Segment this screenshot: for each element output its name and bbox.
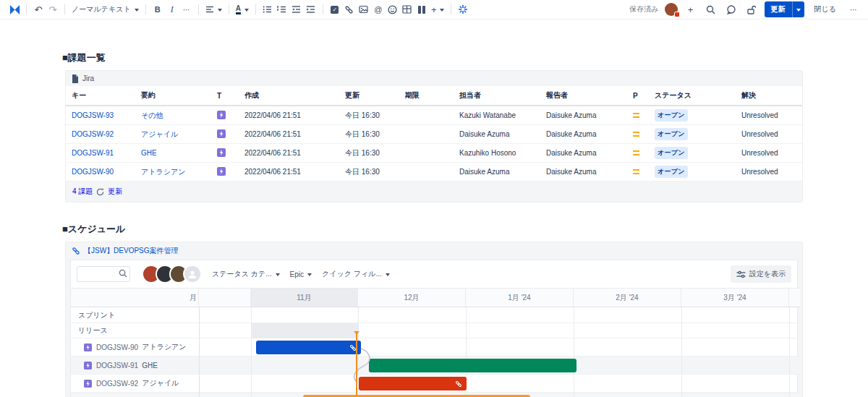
person-icon [187, 269, 197, 279]
epic-type-icon [84, 343, 92, 351]
month-cell [199, 289, 251, 307]
issue-assignee: Daisuke Azuma [454, 163, 540, 182]
status-category-dropdown[interactable]: ステータス カテ... [212, 269, 280, 279]
issue-count-link[interactable]: 4 課題 [72, 187, 93, 197]
comment-button[interactable] [724, 2, 739, 17]
gantt-issue-row[interactable]: DOGJSW-91 GHE [71, 357, 800, 375]
col-reporter[interactable]: 報告者 [540, 86, 627, 106]
ai-button[interactable] [456, 2, 470, 17]
avatar[interactable] [183, 265, 202, 283]
bold-button[interactable]: B [150, 2, 165, 17]
gantt-bar[interactable] [256, 341, 361, 354]
update-button[interactable]: 更新 [765, 1, 792, 17]
gantt-issue-row[interactable]: DOGJSW-92 アジャイル [71, 375, 800, 393]
issue-key-link[interactable]: DOGJSW-91 [72, 149, 114, 157]
issue-updated: 今日 16:30 [339, 144, 399, 163]
insert-table-button[interactable] [400, 2, 414, 17]
issue-reporter: Daisuke Azuma [540, 106, 627, 125]
gantt-month-header: 月 11月 12月 1月 '24 2月 '24 3月 '24 [71, 289, 800, 307]
board-link[interactable]: 【JSW】DEVOPSG案件管理 [84, 246, 179, 256]
indent-button[interactable] [304, 2, 318, 17]
col-assignee[interactable]: 担当者 [454, 86, 540, 106]
issue-created: 2022/04/06 21:51 [239, 144, 339, 163]
col-status[interactable]: ステータス [649, 86, 736, 106]
epic-type-icon [84, 362, 92, 370]
col-type[interactable]: T [211, 86, 239, 106]
text-style-dropdown[interactable]: ノーマルテキスト [69, 2, 141, 17]
invite-button[interactable]: + [684, 2, 698, 17]
bullet-list-button[interactable] [260, 2, 275, 17]
more-options-button[interactable]: ⋯ [846, 2, 861, 17]
col-key[interactable]: キー [66, 86, 135, 106]
timeline-search [77, 266, 130, 282]
issue-updated: 今日 16:30 [339, 125, 399, 144]
unlock-icon [746, 5, 756, 14]
outdent-button[interactable] [289, 2, 304, 17]
col-summary[interactable]: 要約 [135, 86, 211, 106]
text-color-dropdown[interactable]: A [234, 2, 251, 17]
insert-image-button[interactable] [357, 2, 371, 17]
gantt-release-row[interactable]: リリース [71, 323, 800, 338]
epic-type-icon [84, 380, 92, 388]
task-list-button[interactable]: ✓ [328, 2, 342, 17]
avatar-group [142, 265, 202, 283]
italic-button[interactable]: I [165, 2, 179, 17]
col-created[interactable]: 作成 [239, 86, 339, 106]
redo-button[interactable]: ↷ [46, 2, 60, 17]
refresh-link[interactable]: 更新 [108, 187, 122, 197]
update-dropdown[interactable] [792, 1, 804, 17]
chevron-down-icon [440, 9, 444, 12]
epic-dropdown[interactable]: Epic [290, 270, 312, 278]
issue-summary-link[interactable]: その他 [141, 111, 163, 119]
month-cell: 3月 '24 [681, 289, 789, 307]
issue-key-link[interactable]: DOGJSW-93 [72, 111, 114, 119]
status-badge: オープン [655, 147, 688, 159]
issue-table-row: DOGJSW-90 アトラシアン 2022/04/06 21:51 今日 16:… [66, 163, 802, 182]
gantt-issue-row[interactable]: DOGJSW-93 その他 [71, 393, 800, 397]
issue-summary-link[interactable]: アジャイル [141, 130, 178, 138]
issue-summary-link[interactable]: アトラシアン [141, 168, 185, 176]
undo-button[interactable]: ↶ [31, 2, 46, 17]
insert-link-button[interactable] [342, 2, 357, 17]
gantt-bar[interactable] [359, 377, 467, 390]
insert-more-dropdown[interactable]: + [429, 2, 447, 17]
more-formatting-button[interactable]: ⋯ [179, 2, 194, 17]
col-priority[interactable]: P [627, 86, 649, 106]
emoji-icon [388, 5, 397, 14]
emoji-button[interactable] [386, 2, 400, 17]
issue-assignee: Daisuke Azuma [454, 125, 540, 144]
issue-key-link[interactable]: DOGJSW-90 [72, 168, 114, 176]
text-style-label: ノーマルテキスト [72, 4, 131, 14]
jira-macro-header: Jira [66, 71, 802, 86]
issue-summary-link[interactable]: GHE [141, 149, 157, 157]
col-due[interactable]: 期限 [399, 86, 454, 106]
priority-medium-icon [633, 150, 639, 155]
chevron-down-icon [796, 9, 801, 12]
issue-created: 2022/04/06 21:51 [239, 163, 339, 182]
close-button[interactable]: 閉じる [810, 1, 841, 17]
gantt-timeline: 月 11月 12月 1月 '24 2月 '24 3月 '24 スプリント リリー… [71, 288, 800, 397]
numbered-list-button[interactable] [275, 2, 289, 17]
chevron-down-icon [218, 9, 222, 12]
issue-key-link[interactable]: DOGJSW-92 [72, 130, 114, 138]
gantt-issue-row[interactable]: DOGJSW-90 アトラシアン [71, 338, 800, 357]
quick-filters-dropdown[interactable]: クイック フィル... [322, 269, 390, 279]
jira-issues-table: キー 要約 T 作成 更新 期限 担当者 報告者 P ステータス 解決 DOGJ… [66, 86, 802, 182]
alignment-dropdown[interactable] [203, 2, 224, 17]
permissions-button[interactable] [744, 2, 759, 17]
layouts-button[interactable] [414, 2, 429, 17]
search-button[interactable] [704, 2, 718, 17]
epic-type-icon [217, 111, 226, 119]
col-resolution[interactable]: 解決 [736, 86, 802, 106]
avatar[interactable] [665, 3, 678, 16]
mention-button[interactable]: @ [371, 2, 386, 17]
show-settings-button[interactable]: 設定を表示 [731, 265, 791, 283]
link-icon [344, 5, 354, 14]
image-icon [359, 5, 368, 14]
text-color-icon: A [236, 5, 241, 14]
gantt-bar[interactable] [369, 359, 576, 372]
col-updated[interactable]: 更新 [339, 86, 399, 106]
gantt-sprint-row[interactable]: スプリント [71, 307, 800, 323]
search-icon [706, 5, 715, 14]
month-cell: 12月 [358, 289, 466, 307]
